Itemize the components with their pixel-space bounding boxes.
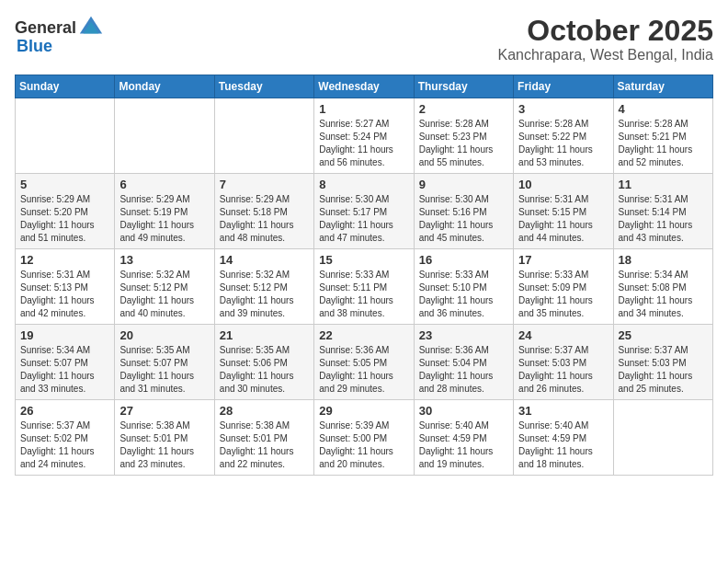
day-number: 26 — [20, 404, 109, 418]
day-number: 10 — [518, 178, 608, 191]
calendar-cell: 14Sunrise: 5:32 AM Sunset: 5:12 PM Dayli… — [214, 249, 313, 325]
day-info: Sunrise: 5:27 AM Sunset: 5:24 PM Dayligh… — [319, 118, 408, 169]
day-number: 19 — [20, 328, 109, 342]
day-number: 24 — [518, 328, 608, 342]
day-number: 2 — [419, 102, 508, 116]
day-info: Sunrise: 5:33 AM Sunset: 5:10 PM Dayligh… — [419, 269, 508, 320]
calendar-cell: 22Sunrise: 5:36 AM Sunset: 5:05 PM Dayli… — [314, 325, 414, 400]
day-number: 5 — [20, 178, 109, 191]
week-row-2: 5Sunrise: 5:29 AM Sunset: 5:20 PM Daylig… — [16, 174, 713, 249]
day-number: 3 — [518, 102, 608, 116]
calendar-cell: 20Sunrise: 5:35 AM Sunset: 5:07 PM Dayli… — [115, 325, 214, 400]
day-info: Sunrise: 5:40 AM Sunset: 4:59 PM Dayligh… — [419, 419, 508, 471]
weekday-header-wednesday: Wednesday — [314, 75, 414, 98]
logo-icon — [78, 15, 104, 40]
day-number: 31 — [518, 404, 608, 418]
calendar-table: SundayMondayTuesdayWednesdayThursdayFrid… — [15, 75, 713, 476]
week-row-4: 19Sunrise: 5:34 AM Sunset: 5:07 PM Dayli… — [16, 325, 713, 400]
calendar-cell: 12Sunrise: 5:31 AM Sunset: 5:13 PM Dayli… — [16, 249, 115, 325]
day-number: 11 — [619, 178, 708, 191]
day-info: Sunrise: 5:28 AM Sunset: 5:23 PM Dayligh… — [419, 118, 508, 169]
week-row-3: 12Sunrise: 5:31 AM Sunset: 5:13 PM Dayli… — [16, 249, 713, 325]
calendar-cell: 27Sunrise: 5:38 AM Sunset: 5:01 PM Dayli… — [115, 400, 214, 476]
calendar-cell: 1Sunrise: 5:27 AM Sunset: 5:24 PM Daylig… — [314, 98, 414, 174]
page-header: General Blue October 2025 Kanchrapara, W… — [15, 15, 713, 63]
day-info: Sunrise: 5:37 AM Sunset: 5:02 PM Dayligh… — [20, 419, 109, 471]
day-info: Sunrise: 5:31 AM Sunset: 5:15 PM Dayligh… — [518, 193, 608, 245]
day-number: 23 — [419, 328, 508, 342]
calendar-cell — [115, 98, 214, 174]
day-number: 22 — [319, 328, 408, 342]
day-info: Sunrise: 5:36 AM Sunset: 5:04 PM Dayligh… — [419, 344, 508, 396]
day-info: Sunrise: 5:31 AM Sunset: 5:13 PM Dayligh… — [20, 269, 109, 320]
day-info: Sunrise: 5:28 AM Sunset: 5:22 PM Dayligh… — [518, 118, 608, 169]
day-info: Sunrise: 5:33 AM Sunset: 5:11 PM Dayligh… — [319, 269, 408, 320]
day-info: Sunrise: 5:29 AM Sunset: 5:19 PM Dayligh… — [119, 193, 209, 245]
day-info: Sunrise: 5:33 AM Sunset: 5:09 PM Dayligh… — [518, 269, 608, 320]
calendar-cell: 7Sunrise: 5:29 AM Sunset: 5:18 PM Daylig… — [214, 174, 313, 249]
day-number: 27 — [119, 404, 209, 418]
weekday-header-tuesday: Tuesday — [214, 75, 313, 98]
day-info: Sunrise: 5:34 AM Sunset: 5:08 PM Dayligh… — [619, 269, 708, 320]
weekday-header-monday: Monday — [115, 75, 214, 98]
day-info: Sunrise: 5:35 AM Sunset: 5:07 PM Dayligh… — [119, 344, 209, 396]
title-block: October 2025 Kanchrapara, West Bengal, I… — [497, 15, 713, 63]
calendar-cell: 28Sunrise: 5:38 AM Sunset: 5:01 PM Dayli… — [214, 400, 313, 476]
day-number: 20 — [119, 328, 209, 342]
day-number: 15 — [319, 253, 408, 267]
calendar-cell: 16Sunrise: 5:33 AM Sunset: 5:10 PM Dayli… — [414, 249, 513, 325]
calendar-cell: 26Sunrise: 5:37 AM Sunset: 5:02 PM Dayli… — [16, 400, 115, 476]
day-number: 17 — [518, 253, 608, 267]
calendar-cell: 11Sunrise: 5:31 AM Sunset: 5:14 PM Dayli… — [613, 174, 712, 249]
day-number: 28 — [220, 404, 309, 418]
calendar-cell: 29Sunrise: 5:39 AM Sunset: 5:00 PM Dayli… — [314, 400, 414, 476]
location-title: Kanchrapara, West Bengal, India — [497, 47, 713, 63]
day-info: Sunrise: 5:29 AM Sunset: 5:20 PM Dayligh… — [20, 193, 109, 245]
calendar-cell: 21Sunrise: 5:35 AM Sunset: 5:06 PM Dayli… — [214, 325, 313, 400]
day-info: Sunrise: 5:30 AM Sunset: 5:16 PM Dayligh… — [419, 193, 508, 245]
day-info: Sunrise: 5:37 AM Sunset: 5:03 PM Dayligh… — [518, 344, 608, 396]
calendar-cell: 15Sunrise: 5:33 AM Sunset: 5:11 PM Dayli… — [314, 249, 414, 325]
calendar-cell: 10Sunrise: 5:31 AM Sunset: 5:15 PM Dayli… — [514, 174, 613, 249]
week-row-5: 26Sunrise: 5:37 AM Sunset: 5:02 PM Dayli… — [16, 400, 713, 476]
day-number: 13 — [119, 253, 209, 267]
day-info: Sunrise: 5:30 AM Sunset: 5:17 PM Dayligh… — [319, 193, 408, 245]
day-number: 16 — [419, 253, 508, 267]
calendar-cell: 5Sunrise: 5:29 AM Sunset: 5:20 PM Daylig… — [16, 174, 115, 249]
day-number: 7 — [220, 178, 309, 191]
day-number: 14 — [220, 253, 309, 267]
calendar-cell: 3Sunrise: 5:28 AM Sunset: 5:22 PM Daylig… — [514, 98, 613, 174]
day-info: Sunrise: 5:28 AM Sunset: 5:21 PM Dayligh… — [619, 118, 708, 169]
calendar-cell: 31Sunrise: 5:40 AM Sunset: 4:59 PM Dayli… — [514, 400, 613, 476]
day-number: 8 — [319, 178, 408, 191]
weekday-header-sunday: Sunday — [16, 75, 115, 98]
calendar-cell: 4Sunrise: 5:28 AM Sunset: 5:21 PM Daylig… — [613, 98, 712, 174]
calendar-cell — [16, 98, 115, 174]
calendar-cell: 8Sunrise: 5:30 AM Sunset: 5:17 PM Daylig… — [314, 174, 414, 249]
day-info: Sunrise: 5:29 AM Sunset: 5:18 PM Dayligh… — [220, 193, 309, 245]
day-info: Sunrise: 5:35 AM Sunset: 5:06 PM Dayligh… — [220, 344, 309, 396]
weekday-header-friday: Friday — [514, 75, 613, 98]
calendar-cell: 13Sunrise: 5:32 AM Sunset: 5:12 PM Dayli… — [115, 249, 214, 325]
calendar-cell: 2Sunrise: 5:28 AM Sunset: 5:23 PM Daylig… — [414, 98, 513, 174]
weekday-header-thursday: Thursday — [414, 75, 513, 98]
calendar-cell: 6Sunrise: 5:29 AM Sunset: 5:19 PM Daylig… — [115, 174, 214, 249]
day-info: Sunrise: 5:38 AM Sunset: 5:01 PM Dayligh… — [119, 419, 209, 471]
day-number: 25 — [619, 328, 708, 342]
weekday-header-row: SundayMondayTuesdayWednesdayThursdayFrid… — [16, 75, 713, 98]
day-number: 12 — [20, 253, 109, 267]
calendar-cell: 30Sunrise: 5:40 AM Sunset: 4:59 PM Dayli… — [414, 400, 513, 476]
calendar-cell — [214, 98, 313, 174]
day-info: Sunrise: 5:32 AM Sunset: 5:12 PM Dayligh… — [119, 269, 209, 320]
logo: General Blue — [15, 15, 104, 56]
day-number: 18 — [619, 253, 708, 267]
calendar-cell — [613, 400, 712, 476]
day-number: 30 — [419, 404, 508, 418]
day-info: Sunrise: 5:39 AM Sunset: 5:00 PM Dayligh… — [319, 419, 408, 471]
day-info: Sunrise: 5:36 AM Sunset: 5:05 PM Dayligh… — [319, 344, 408, 396]
calendar-cell: 24Sunrise: 5:37 AM Sunset: 5:03 PM Dayli… — [514, 325, 613, 400]
day-info: Sunrise: 5:40 AM Sunset: 4:59 PM Dayligh… — [518, 419, 608, 471]
calendar-cell: 18Sunrise: 5:34 AM Sunset: 5:08 PM Dayli… — [613, 249, 712, 325]
day-number: 9 — [419, 178, 508, 191]
day-number: 4 — [619, 102, 708, 116]
